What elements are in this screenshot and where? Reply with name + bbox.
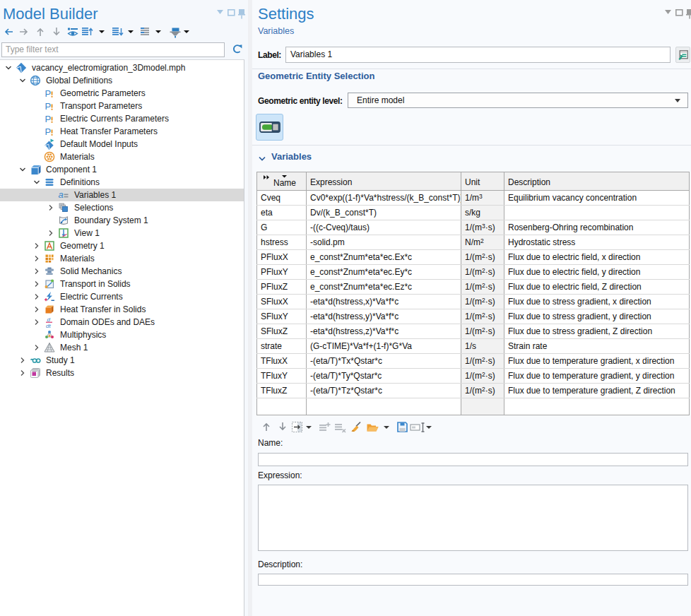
svg-text:P: P <box>45 101 52 112</box>
svg-text:P: P <box>45 114 52 124</box>
svg-text:P: P <box>45 126 52 137</box>
svg-text:P: P <box>45 88 52 99</box>
svg-text:dt: dt <box>46 323 51 328</box>
svg-text:a: a <box>59 189 64 200</box>
